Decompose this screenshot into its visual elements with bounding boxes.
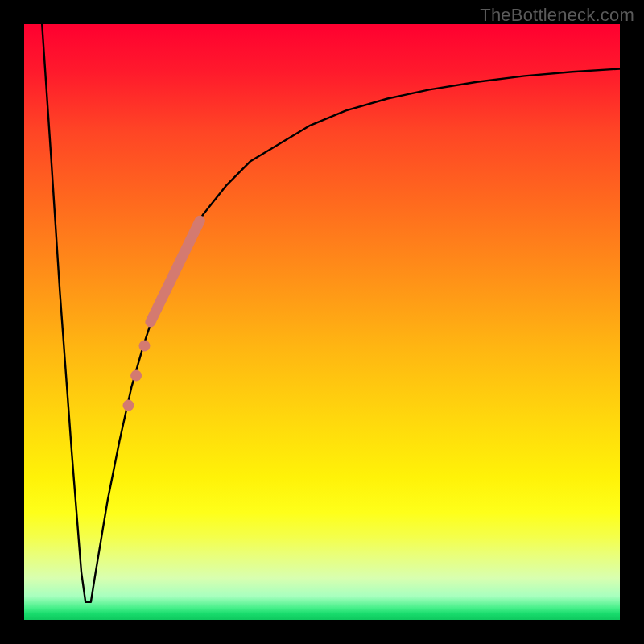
- highlight-dot: [138, 341, 150, 352]
- highlight-dot: [130, 370, 142, 382]
- highlight-dot: [123, 400, 134, 411]
- chart-frame: TheBottleneck.com: [0, 0, 644, 644]
- bottleneck-curve: [42, 24, 620, 602]
- highlight-segment: [151, 221, 200, 322]
- watermark-text: TheBottleneck.com: [480, 5, 634, 26]
- chart-svg: [24, 24, 620, 620]
- plot-area: [24, 24, 620, 620]
